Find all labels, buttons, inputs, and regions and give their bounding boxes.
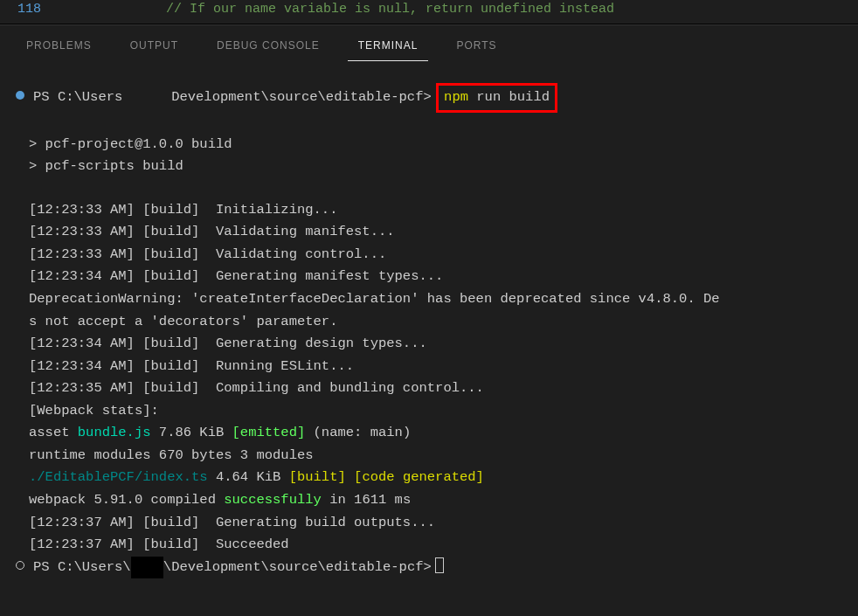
- terminal-output-line: webpack 5.91.0 compiled successfully in …: [16, 489, 842, 512]
- tab-debug-console[interactable]: DEBUG CONSOLE: [206, 34, 330, 61]
- tab-ports[interactable]: PORTS: [446, 34, 507, 61]
- terminal-output-line: [Webpack stats]:: [16, 400, 842, 423]
- file-path: ./EditablePCF/index.ts: [29, 469, 208, 485]
- terminal-output-line: runtime modules 670 bytes 3 modules: [16, 445, 842, 467]
- terminal-output-line: asset bundle.js 7.86 KiB [emitted] (name…: [16, 422, 842, 445]
- terminal-output-line: [12:23:34 AM] [build] Generating design …: [16, 333, 842, 356]
- terminal-prompt-line: PS C:\Users\ \Development\source\editabl…: [16, 557, 842, 579]
- terminal-output-line: > pcf-scripts build: [16, 156, 842, 178]
- emitted-tag: [emitted]: [232, 425, 306, 440]
- cmd-npm: npm: [444, 89, 468, 105]
- bullet-open-icon: [16, 561, 24, 570]
- bullet-icon: [16, 91, 24, 100]
- redacted-text: [131, 557, 163, 579]
- editor-code-line: 118 // If our name variable is null, ret…: [0, 0, 858, 24]
- prompt-path: PS C:\Users\: [33, 559, 131, 575]
- code-comment: // If our name variable is null, return …: [52, 2, 614, 17]
- terminal-output-line: [12:23:33 AM] [build] Validating control…: [16, 244, 842, 266]
- codegen-tag: [code generated]: [354, 469, 484, 485]
- built-tag: [built]: [289, 469, 346, 485]
- highlight-annotation: npm run build: [436, 83, 557, 113]
- terminal-output-line: [12:23:37 AM] [build] Generating build o…: [16, 512, 842, 535]
- tab-terminal[interactable]: TERMINAL: [348, 34, 429, 61]
- tab-problems[interactable]: PROBLEMS: [16, 34, 102, 61]
- terminal-output-line: [12:23:33 AM] [build] Validating manifes…: [16, 221, 842, 244]
- prompt-path: PS C:\Users Development\source\editable-…: [33, 89, 432, 105]
- terminal-output-line: s not accept a 'decorators' parameter.: [16, 311, 842, 334]
- prompt-path: \Development\source\editable-pcf>: [163, 559, 432, 575]
- success-text: successfully: [224, 492, 322, 508]
- terminal-output-line: DeprecationWarning: 'createInterfaceDecl…: [16, 288, 842, 311]
- terminal-output-line: [12:23:33 AM] [build] Initializing...: [16, 199, 842, 222]
- cmd-args: run build: [468, 89, 550, 105]
- terminal-output-line: > pcf-project@1.0.0 build: [16, 134, 842, 156]
- terminal-panel[interactable]: PS C:\Users Development\source\editable-…: [0, 61, 858, 587]
- terminal-output-line: ./EditablePCF/index.ts 4.64 KiB [built] …: [16, 467, 842, 489]
- panel-tabs: PROBLEMS OUTPUT DEBUG CONSOLE TERMINAL P…: [0, 24, 858, 61]
- terminal-output-line: [12:23:34 AM] [build] Running ESLint...: [16, 356, 842, 378]
- terminal-output-line: [12:23:35 AM] [build] Compiling and bund…: [16, 377, 842, 400]
- line-number: 118: [0, 2, 52, 17]
- terminal-cursor: [435, 557, 444, 573]
- tab-output[interactable]: OUTPUT: [120, 34, 189, 61]
- asset-name: bundle.js: [78, 425, 151, 440]
- terminal-prompt-line: PS C:\Users Development\source\editable-…: [16, 83, 842, 113]
- terminal-output-line: [12:23:34 AM] [build] Generating manifes…: [16, 266, 842, 288]
- terminal-output-line: [12:23:37 AM] [build] Succeeded: [16, 534, 842, 557]
